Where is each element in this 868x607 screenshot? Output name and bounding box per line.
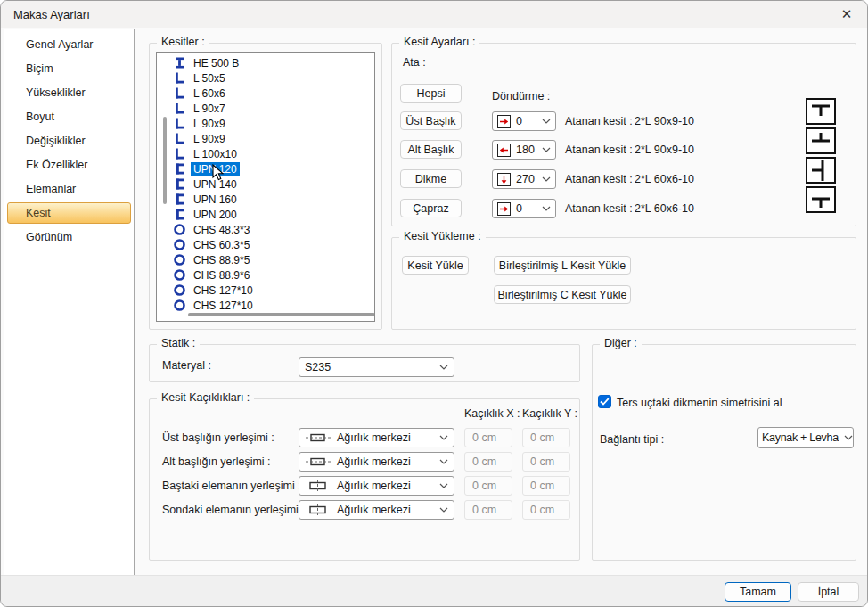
v-centerline-icon	[305, 504, 332, 516]
bastaki-eleman-kaciklik-x-field[interactable]: 0 cm	[464, 476, 512, 496]
sidebar-item-gorunum[interactable]: Görünüm	[4, 226, 134, 250]
alt-baslik-button[interactable]: Alt Başlık	[400, 140, 462, 159]
list-item[interactable]: L 90x7	[157, 101, 374, 116]
arrow-down-icon	[497, 173, 511, 186]
bastaki-eleman-kaciklik-y-field[interactable]: 0 cm	[522, 476, 570, 496]
section-list[interactable]: HE 500 B L 50x5 L 60x6 L 90x7 L 90x9 L 9…	[156, 52, 375, 322]
alt-baslik-kaciklik-y-field[interactable]: 0 cm	[522, 452, 570, 472]
birlestirilmis-l-kesit-yukle-button[interactable]: Birleştirilmiş L Kesit Yükle	[494, 256, 631, 275]
sidebar-item-yukseklikler[interactable]: Yükseklikler	[4, 81, 134, 105]
kacikliklar-group-title: Kesit Kaçıklıkları :	[157, 391, 254, 404]
assigned-section-row: Atanan kesit : 2*L 60x6-10	[565, 169, 694, 189]
ust-baslik-kaciklik-x-field[interactable]: 0 cm	[464, 428, 512, 447]
tamam-button[interactable]: Tamam	[725, 582, 791, 602]
list-item[interactable]: UPN 140	[157, 176, 374, 192]
title-bar: Makas Ayarları ✕	[1, 1, 867, 28]
kesit-ayarlari-group-title: Kesit Ayarları :	[399, 36, 479, 48]
ust-baslik-kaciklik-y-field[interactable]: 0 cm	[522, 428, 570, 447]
i-beam-icon	[173, 56, 186, 70]
l-angle-icon	[173, 102, 186, 115]
list-item[interactable]: UPN 160	[157, 192, 374, 207]
kesit-ayarlari-group: Kesit Ayarları : Ata : Hepsi Üst Başlık …	[391, 43, 856, 226]
chevron-down-icon	[439, 483, 448, 488]
bastaki-eleman-yerlesim-label: Baştaki elemanın yerleşimi :	[162, 480, 301, 492]
sondaki-eleman-kaciklik-y-field[interactable]: 0 cm	[522, 500, 570, 520]
close-icon[interactable]: ✕	[837, 5, 856, 23]
sidebar-item-genel-ayarlar[interactable]: Genel Ayarlar	[4, 33, 134, 57]
tee-left-icon	[806, 157, 836, 184]
rotation-select-alt[interactable]: 180	[492, 140, 556, 160]
assigned-section-value: 2*L 60x6-10	[635, 173, 694, 185]
sondaki-eleman-yerlesim-label: Sondaki elemanın yerleşimi :	[162, 504, 305, 516]
list-item[interactable]: L 100x10	[157, 146, 374, 161]
diger-group: Diğer : Ters uçtaki dikmenin simetrisini…	[592, 344, 856, 561]
iptal-button[interactable]: İptal	[798, 582, 859, 602]
list-item[interactable]: L 50x5	[157, 70, 374, 86]
rotation-select-capraz[interactable]: 0	[492, 199, 556, 218]
list-item[interactable]: CHS 60.3*5	[157, 237, 374, 252]
tee-down-icon	[806, 186, 836, 213]
materyal-select[interactable]: S235	[299, 357, 454, 377]
list-horizontal-scrollbar[interactable]	[188, 313, 375, 316]
chevron-down-icon	[439, 435, 448, 440]
dikme-button[interactable]: Dikme	[400, 169, 462, 188]
simetri-checkbox-label[interactable]: Ters uçtaki dikmenin simetrisini al	[617, 397, 782, 409]
chevron-down-icon	[542, 176, 551, 182]
arrow-right-icon	[497, 202, 511, 216]
sidebar-item-kesit[interactable]: Kesit	[7, 202, 131, 224]
l-angle-icon	[173, 86, 186, 100]
dondurme-label: Döndürme :	[492, 90, 550, 103]
list-item[interactable]: CHS 127*10	[157, 298, 374, 313]
h-centerline-icon	[305, 455, 332, 468]
sondaki-eleman-kaciklik-x-field[interactable]: 0 cm	[464, 500, 512, 520]
sidebar-item-elemanlar[interactable]: Elemanlar	[4, 177, 134, 201]
assigned-section-row: Atanan kesit : 2*L 90x9-10	[565, 140, 694, 160]
v-centerline-icon	[305, 480, 332, 492]
sondaki-eleman-yerlesim-select[interactable]: Ağırlık merkezi	[299, 500, 454, 520]
u-channel-icon	[173, 193, 186, 206]
sidebar-item-boyut[interactable]: Boyut	[4, 105, 134, 129]
kesit-yukleme-group-title: Kesit Yükleme :	[399, 230, 486, 242]
capraz-button[interactable]: Çapraz	[400, 199, 462, 217]
sidebar-item-bicim[interactable]: Biçim	[4, 57, 134, 81]
hepsi-button[interactable]: Hepsi	[400, 84, 462, 103]
sidebar-item-degisiklikler[interactable]: Değişiklikler	[4, 129, 134, 153]
list-item[interactable]: CHS 48.3*3	[157, 222, 374, 237]
kaciklik-y-header: Kaçıklık Y :	[522, 407, 577, 420]
u-channel-icon	[173, 208, 186, 221]
alt-baslik-yerlesim-select[interactable]: Ağırlık merkezi	[299, 452, 454, 472]
list-item[interactable]: CHS 88.9*5	[157, 252, 374, 267]
ust-baslik-yerlesim-select[interactable]: Ağırlık merkezi	[299, 428, 454, 447]
list-item[interactable]: UPN 200	[157, 207, 374, 222]
assigned-section-row: Atanan kesit : 2*L 60x6-10	[565, 199, 694, 218]
rotation-select-dikme[interactable]: 270	[492, 169, 556, 189]
section-list-rows: HE 500 B L 50x5 L 60x6 L 90x7 L 90x9 L 9…	[157, 55, 374, 313]
list-item[interactable]: HE 500 B	[157, 55, 374, 70]
alt-baslik-yerlesim-label: Alt başlığın yerleşimi :	[162, 455, 271, 468]
sidebar-item-ek-ozellikler[interactable]: Ek Özellikler	[4, 153, 134, 177]
birlestirilmis-c-kesit-yukle-button[interactable]: Birleştirilmiş C Kesit Yükle	[494, 285, 631, 304]
kesit-yukle-button[interactable]: Kesit Yükle	[402, 256, 469, 275]
ust-baslik-button[interactable]: Üst Başlık	[400, 111, 462, 130]
pipe-icon	[173, 268, 186, 282]
list-item[interactable]: CHS 88.9*6	[157, 267, 374, 283]
ata-label: Ata :	[403, 56, 426, 69]
alt-baslik-kaciklik-x-field[interactable]: 0 cm	[464, 452, 512, 472]
list-item[interactable]: CHS 127*10	[157, 283, 374, 298]
makas-ayarlari-dialog: Makas Ayarları ✕ Genel Ayarlar Biçim Yük…	[0, 0, 868, 607]
list-item[interactable]: L 90x9	[157, 131, 374, 146]
list-item[interactable]: L 60x6	[157, 86, 374, 101]
list-item[interactable]: L 90x9	[157, 116, 374, 131]
list-item-selected[interactable]: UPN 120	[157, 161, 374, 176]
check-icon	[600, 398, 610, 406]
bastaki-eleman-yerlesim-select[interactable]: Ağırlık merkezi	[299, 476, 454, 496]
assigned-section-value: 2*L 90x9-10	[635, 115, 694, 127]
list-vertical-scrollbar[interactable]	[163, 117, 167, 204]
chevron-down-icon	[542, 119, 551, 124]
simetri-checkbox[interactable]	[598, 395, 611, 408]
baglanti-tipi-select[interactable]: Kaynak + Levha	[757, 427, 854, 448]
assigned-section-row: Atanan kesit : 2*L 90x9-10	[565, 111, 694, 131]
l-angle-icon	[173, 132, 186, 145]
l-angle-icon	[173, 147, 186, 160]
rotation-select-ust[interactable]: 0	[492, 111, 556, 131]
